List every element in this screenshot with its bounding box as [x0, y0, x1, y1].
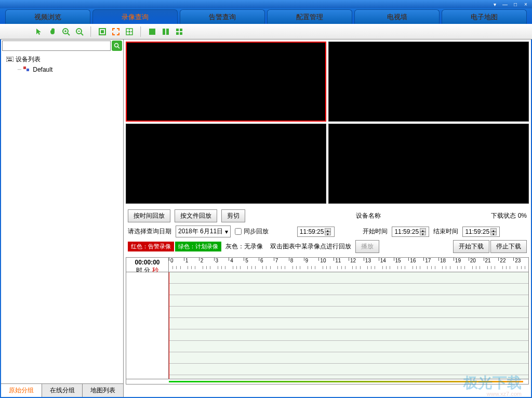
track-row — [169, 329, 528, 341]
spinner-down[interactable]: ▾ — [420, 232, 426, 235]
video-pane-3[interactable] — [126, 124, 326, 204]
sync-playback-checkbox[interactable] — [235, 228, 242, 235]
tree-node-default[interactable]: ┈ Default — [5, 65, 119, 74]
svg-rect-21 — [7, 58, 8, 59]
center-icon[interactable] — [124, 26, 135, 37]
select-date-label: 请选择查询日期 — [128, 227, 171, 236]
svg-line-5 — [81, 33, 83, 35]
sidebar-tabs: 原始分组 在线分组 地图列表 — [1, 383, 123, 397]
date-picker[interactable]: 2018年 6月11日 ▾ — [176, 225, 231, 237]
timeline-ruler[interactable]: 01234567891011121314151617181920212223 — [169, 258, 528, 272]
video-pane-2[interactable] — [328, 42, 529, 122]
spinner-up[interactable]: ▴ — [420, 228, 426, 232]
sidebar-tab-map-list[interactable]: 地图列表 — [83, 384, 123, 397]
layout-4-icon[interactable] — [174, 26, 185, 37]
spinner-up[interactable]: ▴ — [325, 228, 331, 232]
window-minimize-button[interactable]: — — [501, 1, 509, 7]
track-row — [169, 284, 528, 295]
tab-alarm-query[interactable]: 告警查询 — [180, 9, 265, 24]
svg-rect-17 — [180, 32, 182, 35]
spinner-up[interactable]: ▴ — [490, 228, 497, 232]
tree-root-device-list[interactable]: 设备列表 — [5, 54, 119, 65]
start-time-label: 开始时间 — [363, 227, 388, 236]
video-pane-4[interactable] — [328, 124, 529, 204]
svg-rect-13 — [166, 29, 169, 35]
legend-alarm: 红色：告警录像 — [128, 242, 174, 251]
layout-1-icon[interactable] — [147, 26, 158, 37]
timeline-left-gutter — [126, 272, 169, 379]
playback-controls: 按时间回放 按文件回放 剪切 设备名称 下载状态 0% 请选择查询日期 2018… — [124, 206, 531, 256]
sidebar-tab-original-group[interactable]: 原始分组 — [1, 384, 42, 397]
layout-2-icon[interactable] — [160, 26, 171, 37]
time-display[interactable]: 11:59:25 ▴▾ — [297, 227, 335, 237]
hand-icon[interactable] — [47, 26, 58, 37]
tab-record-query[interactable]: 录像查询 — [92, 9, 178, 24]
svg-rect-24 — [8, 60, 12, 61]
content-area: 按时间回放 按文件回放 剪切 设备名称 下载状态 0% 请选择查询日期 2018… — [124, 39, 531, 397]
tree-connector: ┈ — [18, 66, 21, 73]
tab-emap[interactable]: 电子地图 — [442, 9, 527, 24]
zoom-out-icon[interactable] — [74, 26, 85, 37]
timeline-clock: 00:00:00 时 分 秒 — [126, 258, 169, 272]
spinner-down[interactable]: ▾ — [325, 232, 331, 235]
end-time-input[interactable]: 11:59:25 ▴▾ — [462, 227, 500, 237]
start-download-button[interactable]: 开始下载 — [453, 240, 489, 253]
stop-download-button[interactable]: 停止下载 — [490, 240, 527, 253]
svg-line-19 — [118, 47, 119, 48]
window-close-button[interactable]: × — [522, 1, 530, 7]
legend-hint: 双击图表中某录像点进行回放 — [267, 241, 354, 252]
playback-by-time-button[interactable]: 按时间回放 — [128, 209, 170, 222]
titlebar: ▾ — □ × — [0, 0, 532, 8]
playback-by-file-button[interactable]: 按文件回放 — [175, 209, 217, 222]
search-input[interactable] — [2, 41, 111, 51]
timeline-playhead[interactable] — [169, 272, 169, 379]
tab-config-mgmt[interactable]: 配置管理 — [267, 9, 352, 24]
svg-point-18 — [115, 44, 118, 47]
window-maximize-button[interactable]: □ — [511, 1, 520, 7]
fullscreen-icon[interactable] — [97, 26, 108, 37]
track-row — [169, 307, 528, 318]
fit-icon[interactable] — [110, 26, 122, 37]
keyboard-icon — [6, 57, 14, 63]
zoom-in-icon[interactable] — [60, 26, 72, 37]
tab-video-browse[interactable]: 视频浏览 — [5, 9, 90, 24]
window-dropdown-button[interactable]: ▾ — [490, 1, 499, 7]
svg-rect-26 — [26, 69, 29, 71]
play-button[interactable]: 播放 — [355, 240, 379, 253]
end-time-label: 结束时间 — [433, 227, 458, 236]
svg-point-10 — [128, 31, 130, 33]
toolbar-separator — [90, 26, 91, 37]
svg-rect-15 — [180, 29, 182, 31]
device-name-label: 设备名称 — [356, 211, 381, 220]
toolbar-separator — [140, 26, 141, 37]
dropdown-icon: ▾ — [225, 228, 228, 235]
track-row — [169, 272, 528, 284]
timeline: 00:00:00 时 分 秒 0123456789101112131415161… — [126, 257, 529, 384]
svg-rect-20 — [6, 57, 14, 62]
svg-rect-16 — [176, 32, 179, 35]
track-row — [169, 364, 528, 375]
track-row — [169, 295, 528, 307]
spinner-down[interactable]: ▾ — [490, 232, 497, 235]
pointer-icon[interactable] — [33, 26, 45, 37]
tree-root-label: 设备列表 — [16, 55, 41, 64]
svg-rect-12 — [163, 29, 165, 35]
date-value: 2018年 6月11日 — [178, 227, 223, 236]
cut-button[interactable]: 剪切 — [221, 209, 245, 222]
device-tree: 设备列表 ┈ Default — [1, 52, 123, 383]
timeline-tracks[interactable] — [169, 272, 528, 379]
timeline-scrollbar[interactable] — [126, 379, 528, 384]
tab-tv-wall[interactable]: 电视墙 — [354, 9, 440, 24]
search-button[interactable] — [112, 41, 122, 51]
video-pane-1[interactable] — [126, 42, 326, 122]
toolbar — [0, 24, 532, 39]
start-time-input[interactable]: 11:59:25 ▴▾ — [392, 227, 429, 237]
sidebar-tab-online-group[interactable]: 在线分组 — [42, 384, 83, 397]
track-row — [169, 318, 528, 329]
device-icon — [23, 67, 31, 73]
track-row — [169, 341, 528, 352]
svg-line-1 — [68, 33, 70, 35]
sync-playback-label: 同步回放 — [244, 227, 269, 236]
download-status-label: 下载状态 0% — [491, 211, 527, 220]
legend-plan: 绿色：计划录像 — [175, 242, 221, 251]
